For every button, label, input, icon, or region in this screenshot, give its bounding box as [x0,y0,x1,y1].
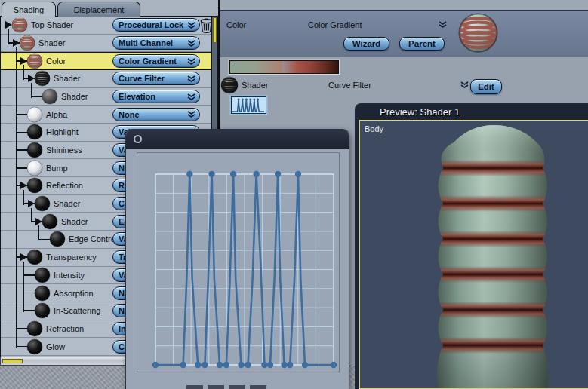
shader-type-dropdown[interactable]: Color Gradient [112,54,200,68]
tree-trunk-line [31,208,32,223]
chevron-double-down-icon [187,58,195,65]
dropdown-value: Procedural Lock [119,20,185,29]
sphere-white-icon [26,106,43,123]
chevron-double-down-icon [187,22,195,29]
curve-row-label: Shader [242,81,268,90]
sphere-black-icon [42,213,58,230]
channel-label: Color [226,20,246,29]
clipped-control [250,385,266,389]
tree-row-label: Shader [61,92,88,101]
curve-editor-panel [137,152,340,372]
sphere-striped-color-icon [19,35,35,51]
tree-row-label: Shader [61,217,88,226]
shader-type-dropdown[interactable]: Procedural Lock [112,18,200,32]
dropdown-value: None [119,110,185,119]
tree-trunk-line [8,29,10,44]
right-top-strip [220,0,588,10]
tree-row-top-shader-0[interactable]: Top Shader Procedural Lock [1,17,218,35]
tree-row-label: Absorption [54,289,94,298]
tree-row-alpha-5[interactable]: Alpha None [1,106,218,124]
chevron-double-down-icon [187,40,195,47]
dropdown-value: Multi Channel [119,38,185,47]
curve-thumbnail[interactable] [231,96,266,114]
curve-editor-titlebar[interactable] [126,130,349,149]
curve-graph[interactable] [152,170,337,369]
tree-row-label: Alpha [46,110,67,119]
sphere-black-icon [34,285,51,302]
chevron-double-down-icon [187,93,195,100]
chevron-double-down-icon[interactable] [439,21,447,28]
sphere-black-icon [26,338,43,355]
sphere-dark-icon [42,88,58,105]
parent-button[interactable]: Parent [399,37,445,51]
sphere-black-icon [26,124,43,140]
tree-row-shader-3[interactable]: Shader Curve Filter [1,70,218,88]
tree-row-label: Transparency [46,253,97,262]
dropdown-value: Elevation [119,92,185,101]
sphere-striped-color-icon [26,53,43,69]
tab-displacement[interactable]: Displacement [57,2,140,17]
tree-trunk-line [23,65,25,80]
sphere-black-icon [26,142,43,158]
sphere-black-icon [26,249,43,265]
tree-row-color-2[interactable]: Color Color Gradient [1,52,218,70]
tree-trunk-line [38,225,40,240]
shader-type-label: Color Gradient [308,20,362,29]
shader-type-dropdown[interactable]: Curve Filter [112,72,200,85]
color-gradient-bar[interactable] [229,60,339,74]
tree-row-shader-1[interactable]: Shader Multi Channel [1,35,218,53]
dropdown-value: Color Gradient [119,57,185,66]
tree-row-label: Reflection [46,181,83,190]
sphere-white-icon [26,160,43,176]
wizard-button[interactable]: Wizard [343,37,389,51]
tree-row-label: Intensity [54,271,85,280]
sphere-black-icon [34,195,51,212]
preview-window: Preview: Shader 1 Body [355,103,588,389]
tree-row-label: Shininess [46,145,82,155]
shader-type-dropdown[interactable]: None [112,108,200,121]
tree-trunk-line [23,190,25,205]
tree-row-label: Glow [46,342,65,351]
shader-type-dropdown[interactable]: Elevation [112,90,200,103]
clipped-control [229,385,245,389]
vertical-scroll-thumb[interactable] [213,17,217,43]
curve-shader-sphere-icon [220,76,239,94]
tab-shading[interactable]: Shading [2,2,56,17]
shader-preview-sphere [457,12,499,54]
tree-row-shader-4[interactable]: Shader Elevation [1,88,218,106]
tree-row-label: Shader [38,38,65,47]
color-property-panel: Color Color Gradient Wizard Parent [220,10,588,57]
tree-row-label: Edge Control [69,234,117,244]
preview-body-label: Body [365,124,383,133]
clipped-control [208,385,224,389]
tree-row-label: Refraction [46,324,84,333]
tree-row-label: Shader [54,199,80,208]
sphere-striped-color-icon [11,17,28,33]
chevron-double-down-icon [187,111,195,118]
dropdown-value: Curve Filter [119,74,185,83]
preview-3d-object [423,123,562,388]
curve-editor-window [125,129,349,389]
sphere-striped-dark-icon [34,70,51,87]
close-icon[interactable] [134,135,142,143]
preview-window-title: Preview: Shader 1 [380,106,460,118]
clipped-control [186,385,203,389]
chevron-double-down-icon[interactable] [460,81,469,88]
tree-trunk-line [16,47,17,348]
tree-row-label: Color [46,57,66,66]
edit-button[interactable]: Edit [470,79,502,94]
tree-trunk-line [31,83,32,98]
sphere-black-icon [49,231,66,247]
sphere-black-icon [34,267,51,283]
sphere-black-icon [26,177,43,194]
horizontal-scroll-thumb[interactable] [2,359,23,364]
tree-row-label: Highlight [46,127,79,136]
preview-viewport[interactable]: Body [359,120,588,389]
sphere-black-icon [34,302,51,319]
shader-type-dropdown[interactable]: Multi Channel [112,36,200,50]
tree-row-label: Shader [54,74,80,83]
tree-trunk-line [23,262,25,312]
tree-row-label: Bump [46,164,68,173]
curve-type-label: Curve Filter [328,81,371,90]
sphere-black-icon [26,320,43,337]
